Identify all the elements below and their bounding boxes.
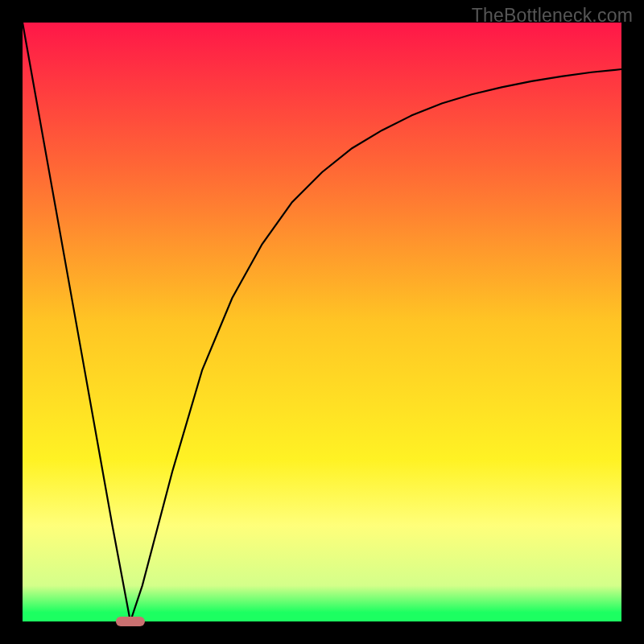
plot-background bbox=[23, 23, 621, 621]
watermark-label: TheBottleneck.com bbox=[472, 5, 633, 27]
bottleneck-marker bbox=[116, 617, 145, 626]
chart-container: TheBottleneck.com bbox=[0, 0, 644, 644]
bottleneck-chart bbox=[0, 0, 644, 644]
